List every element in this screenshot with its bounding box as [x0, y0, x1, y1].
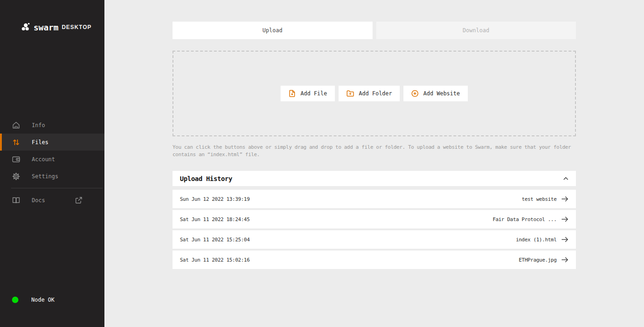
history-row[interactable]: Sat Jun 11 2022 18:24:45 Fair Data Proto… [172, 210, 576, 228]
node-status-dot [12, 297, 18, 303]
gear-icon [12, 172, 20, 181]
add-folder-button[interactable]: Add Folder [339, 86, 400, 101]
history-row-filename: index (1).html [516, 237, 557, 243]
history-row[interactable]: Sun Jun 12 2022 13:39:19 test website [172, 190, 576, 208]
app-logo: swarm DESKTOP [20, 22, 92, 32]
arrows-up-down-icon [12, 138, 20, 146]
sidebar-item-files[interactable]: Files [0, 134, 104, 151]
history-row-timestamp: Sat Jun 11 2022 15:02:16 [180, 257, 250, 263]
arrow-right-icon[interactable] [561, 196, 569, 202]
file-drop-zone[interactable]: Add File Add Folder Add Website [172, 51, 576, 136]
history-row-filename: Fair Data Protocol ... [493, 216, 557, 222]
history-row-timestamp: Sat Jun 11 2022 15:25:04 [180, 237, 250, 243]
add-file-label: Add File [300, 90, 327, 97]
add-file-button[interactable]: Add File [281, 86, 335, 101]
folder-plus-icon [346, 90, 354, 97]
sidebar-item-label: Settings [32, 173, 58, 180]
chevron-up-icon[interactable] [563, 177, 569, 181]
wallet-icon [12, 155, 20, 164]
node-status-label: Node OK [31, 297, 55, 303]
arrow-right-icon[interactable] [561, 216, 569, 222]
logo-brand-text: swarm [34, 23, 58, 32]
upload-history-header[interactable]: Upload History [172, 171, 576, 186]
arrow-right-icon[interactable] [561, 237, 569, 242]
sidebar-item-info[interactable]: Info [0, 117, 104, 134]
sidebar-item-account[interactable]: Account [0, 151, 104, 168]
add-folder-label: Add Folder [359, 90, 392, 97]
sidebar-item-docs[interactable]: Docs [0, 192, 104, 209]
history-row-timestamp: Sun Jun 12 2022 13:39:19 [180, 196, 250, 202]
sidebar-item-label: Docs [32, 197, 45, 204]
tab-upload[interactable]: Upload [172, 22, 373, 39]
logo-suffix-text: DESKTOP [62, 24, 92, 30]
main-content: Upload Download Add File [104, 0, 644, 327]
sidebar-item-label: Account [32, 156, 55, 163]
book-icon [12, 196, 20, 204]
plus-circle-icon [411, 90, 419, 97]
dropzone-help-text: You can click the buttons above or simpl… [172, 144, 576, 158]
history-row-filename: ETHPrague.jpg [519, 257, 557, 263]
node-status: Node OK [12, 297, 55, 303]
sidebar-nav: Info Files Account [0, 117, 104, 209]
history-row-timestamp: Sat Jun 11 2022 18:24:45 [180, 216, 250, 222]
external-link-icon [75, 197, 82, 204]
history-row-filename: test website [522, 196, 557, 202]
add-website-label: Add Website [423, 90, 460, 97]
upload-download-tabs: Upload Download [172, 22, 576, 39]
sidebar-divider [11, 188, 103, 188]
history-row[interactable]: Sat Jun 11 2022 15:25:04 index (1).html [172, 230, 576, 249]
upload-history-section: Upload History Sun Jun 12 2022 13:39:19 … [172, 171, 576, 269]
history-row[interactable]: Sat Jun 11 2022 15:02:16 ETHPrague.jpg [172, 251, 576, 269]
sidebar-item-settings[interactable]: Settings [0, 168, 104, 185]
upload-history-title: Upload History [180, 175, 232, 182]
sidebar-item-label: Files [32, 139, 48, 146]
file-plus-icon [288, 90, 296, 97]
home-icon [12, 121, 20, 129]
add-website-button[interactable]: Add Website [403, 86, 467, 101]
swarm-logo-icon [20, 22, 30, 32]
sidebar-item-label: Info [32, 122, 45, 128]
tab-download[interactable]: Download [376, 22, 576, 39]
arrow-right-icon[interactable] [561, 257, 569, 263]
sidebar: swarm DESKTOP Info Files [0, 0, 104, 327]
